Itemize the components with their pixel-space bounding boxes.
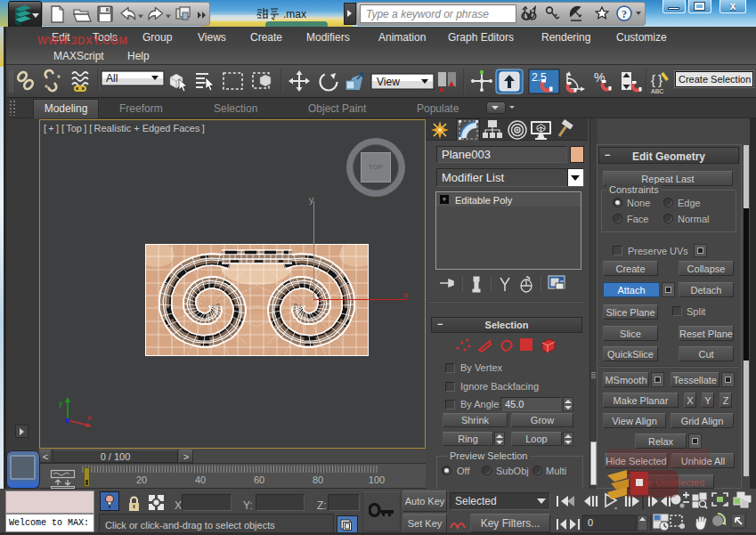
svg-text:60: 60 [254,474,264,485]
svg-text:?: ? [622,8,627,20]
svg-text:x: x [87,413,92,422]
svg-text:ABC: ABC [651,88,663,94]
svg-text:80: 80 [313,474,323,485]
svg-text:View: View [377,76,400,88]
svg-text:40: 40 [195,474,206,485]
svg-text:100: 100 [369,474,385,485]
svg-text:.max: .max [283,8,306,20]
svg-text:All: All [106,72,118,85]
svg-text:{ }: { } [651,72,663,87]
svg-text:y: y [59,399,63,408]
svg-text:20: 20 [136,474,147,485]
svg-text:0: 0 [588,517,593,528]
